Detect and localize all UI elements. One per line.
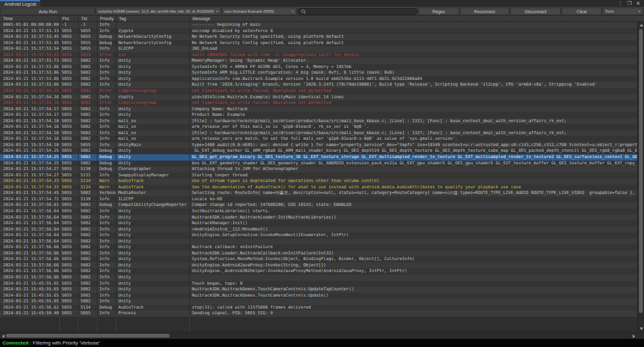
column-header-pid[interactable]: Pid: [60, 16, 79, 21]
cell-time: 2024-03-21 15:37:56.664: [0, 268, 60, 275]
tab-android-logcat[interactable]: Android Logcat: [0, 0, 40, 7]
log-row[interactable]: 2024-03-21 15:37:53.45850555055DebugNetw…: [0, 40, 637, 47]
log-row[interactable]: 2024-03-21 15:37:54.18250555082Infomali_…: [0, 130, 637, 137]
log-row[interactable]: 2024-03-21 15:37:54.45250555082VerboseMe…: [0, 190, 637, 196]
cell-time: 2024-03-21 15:37:56.640: [0, 232, 60, 239]
log-row[interactable]: 2024-03-21 15:37:54.18250555082Infomali_…: [0, 118, 637, 125]
log-row[interactable]: 2024-03-21 15:45:56.62550555134DebugAudi…: [0, 305, 637, 311]
log-row[interactable]: 2024-03-21 15:37:53.45750555055DebugNetw…: [0, 34, 637, 40]
log-row[interactable]: 2024-03-21 15:37:54.33350555134WarnAudio…: [0, 185, 637, 191]
search-box[interactable]: [297, 8, 418, 15]
log-row[interactable]: 2024-03-21 15:45:55.65350555082InfoUnity…: [0, 281, 637, 287]
clear-button[interactable]: Clear: [562, 8, 602, 15]
cell-pid: 5055: [60, 299, 79, 305]
cell-message: set_timerslack_ns write failed: Operatio…: [190, 100, 637, 106]
log-row[interactable]: 2024-03-21 15:37:54.25150555082DebugUnit…: [0, 161, 637, 167]
cell-priority: Info: [97, 310, 116, 317]
cell-time: 0001-01-01 00:00:00.000: [0, 22, 60, 28]
log-row[interactable]: 2024-03-21 15:37:54.18050555055InfoUnity…: [0, 142, 637, 149]
column-header-priority[interactable]: Priority: [97, 16, 116, 21]
log-row[interactable]: 2024-03-21 15:37:54.25150555082DebugUnit…: [0, 154, 637, 161]
cell-time: 2024-03-21 15:37:53.864: [0, 70, 60, 76]
log-row[interactable]: 2024-03-21 15:37:53.33150555055InfoZygot…: [0, 28, 637, 35]
log-row[interactable]: 2024-03-21 15:37:56.64050555082InfoUnity: [0, 239, 637, 245]
cell-pid: 5055: [60, 106, 79, 113]
log-row[interactable]: 2024-03-21 15:37:54.15750555082Errorlibp…: [0, 88, 637, 94]
scroll-right-arrow-icon[interactable]: [633, 334, 635, 338]
cell-message: See the documentation of AudioTrack() fo…: [190, 185, 637, 191]
log-row[interactable]: 2024-03-21 15:37:54.25150555082DebugUnit…: [0, 148, 637, 154]
log-row[interactable]: 2024-03-21 15:37:56.66450555082InfoUnity…: [0, 244, 637, 251]
search-input[interactable]: [308, 9, 414, 14]
column-header-tid[interactable]: Tid: [79, 16, 97, 21]
log-row[interactable]: 0001-01-01 00:00:00.000-1-1Info---------…: [0, 22, 637, 28]
log-row[interactable]: 2024-03-21 15:37:56.64050555082InfoUnity…: [0, 220, 637, 227]
log-row[interactable]: 2024-03-21 15:45:55.65350555082InfoUnity…: [0, 293, 637, 299]
log-row[interactable]: 2024-03-21 15:37:54.18250555082Infomali_…: [0, 124, 637, 130]
close-icon[interactable]: ✕: [636, 1, 640, 6]
log-row[interactable]: 2024-03-21 15:37:56.64050555082InfoUnity…: [0, 215, 637, 221]
scroll-up-arrow-icon[interactable]: [640, 24, 643, 26]
cell-priority: Info: [97, 244, 116, 251]
tools-dropdown-button[interactable]: Tools ▼: [602, 8, 643, 15]
cell-tid: 5055: [79, 46, 97, 52]
cell-pid: 5055: [60, 232, 79, 239]
log-row[interactable]: 2024-03-21 15:37:54.18250555082Infomali_…: [0, 136, 637, 142]
device-selector-dropdown[interactable]: rockchip rk3568 (version: 11.0, abi: arm…: [96, 8, 221, 15]
horizontal-scrollbar[interactable]: [0, 332, 644, 339]
log-row[interactable]: 2024-03-21 15:45:55.65350555082InfoUnity…: [0, 287, 637, 293]
cell-tid: 5082: [79, 148, 97, 154]
log-row[interactable]: 2024-03-21 15:37:56.66450555082InfoUnity: [0, 275, 637, 281]
cell-priority: Info: [97, 136, 116, 142]
scroll-down-arrow-icon[interactable]: [640, 327, 643, 330]
log-row[interactable]: 2024-03-21 15:37:54.17450555082InfoUnity…: [0, 106, 637, 113]
cell-time: 2024-03-21 15:37:54.279: [0, 173, 60, 179]
cell-tid: 5082: [79, 58, 97, 64]
log-row[interactable]: 2024-03-21 15:37:56.61850555082DebugComp…: [0, 202, 637, 208]
cell-message: ApplicationInfo com.Nuitrack.Example ver…: [190, 76, 637, 82]
column-header-tag[interactable]: Tag: [116, 16, 190, 21]
regex-button[interactable]: Regex: [418, 8, 459, 15]
log-row[interactable]: 2024-03-21 15:37:54.16250555082Errorlibp…: [0, 100, 637, 106]
log-row[interactable]: 2024-03-21 15:37:56.66450555082InfoUnity…: [0, 251, 637, 257]
log-row[interactable]: 2024-03-21 15:37:56.64050555082InfoUnity…: [0, 227, 637, 233]
log-row[interactable]: 2024-03-21 15:37:56.64050555082InfoUnity…: [0, 208, 637, 215]
cell-tag: Unity: [116, 281, 190, 287]
log-row[interactable]: 2024-03-21 15:37:54.27350555130DebugChor…: [0, 166, 637, 173]
log-row[interactable]: 2024-03-21 15:37:54.72550555139InfoIL2CP…: [0, 196, 637, 203]
log-row[interactable]: 2024-03-21 15:37:53.73950555082InfoUnity…: [0, 58, 637, 64]
log-row[interactable]: 2024-03-21 15:37:53.86450555082InfoUnity…: [0, 70, 637, 76]
auto-run-button[interactable]: Auto Run: [1, 8, 95, 15]
cell-message: Built from '2020.3/staging' branch, Vers…: [190, 82, 637, 88]
reconnect-button[interactable]: Reconnect: [460, 8, 509, 15]
log-row[interactable]: 2024-03-21 15:37:53.86750555082InfoUnity…: [0, 76, 637, 82]
cell-tag: Unity: [116, 268, 190, 275]
log-row[interactable]: 2024-03-21 15:45:55.65350555082InfoUnity: [0, 299, 637, 305]
log-row[interactable]: 2024-03-21 15:37:54.16250555082Infochatt…: [0, 94, 637, 101]
log-row[interactable]: 2024-03-21 15:37:56.66450555082InfoUnity…: [0, 256, 637, 263]
log-row[interactable]: 2024-03-21 15:37:54.33350555134WarnAudio…: [0, 178, 637, 185]
log-row[interactable]: 2024-03-21 15:37:56.66450555082InfoUnity…: [0, 263, 637, 269]
log-row[interactable]: 2024-03-21 15:37:53.86450555082InfoUnity…: [0, 64, 637, 71]
scroll-left-arrow-icon[interactable]: [2, 334, 4, 338]
package-selector-dropdown[interactable]: com.Nuitrack.Example (5055) ▼: [222, 8, 297, 15]
cell-message: <AndroidInit>d__112:MoveNext(): [190, 227, 637, 233]
maximize-icon[interactable]: ❐: [627, 1, 631, 6]
cell-priority: Info: [97, 268, 116, 275]
log-row[interactable]: 2024-03-21 15:37:54.17450555082InfoUnity…: [0, 112, 637, 118]
column-header-time[interactable]: Time: [0, 16, 60, 21]
disconnect-button[interactable]: Disconnect: [510, 8, 561, 15]
horizontal-scroll-thumb[interactable]: [6, 334, 170, 338]
log-row[interactable]: 2024-03-21 15:37:56.64050555082InfoUnity…: [0, 232, 637, 239]
window-menu-icon[interactable]: ⋮: [618, 1, 623, 6]
log-row[interactable]: 2024-03-21 15:37:53.63550555055Errorioni…: [0, 52, 637, 59]
vertical-scroll-thumb[interactable]: [639, 29, 643, 313]
log-row[interactable]: 2024-03-21 15:37:53.54550555055InfoIL2CP…: [0, 46, 637, 52]
log-row[interactable]: 2024-03-21 15:37:54.27950555131InfoSwapp…: [0, 173, 637, 179]
log-row[interactable]: 2024-03-21 15:37:53.86750555082InfoUnity…: [0, 82, 637, 88]
vertical-scrollbar[interactable]: [637, 22, 643, 332]
log-row[interactable]: 2024-03-21 15:37:56.66450555082InfoUnity…: [0, 268, 637, 275]
cell-tag: MediaRouter: [116, 190, 190, 196]
log-row[interactable]: 2024-03-21 15:45:59.40950555055InfoProce…: [0, 310, 637, 317]
column-header-message[interactable]: Message: [190, 16, 644, 21]
